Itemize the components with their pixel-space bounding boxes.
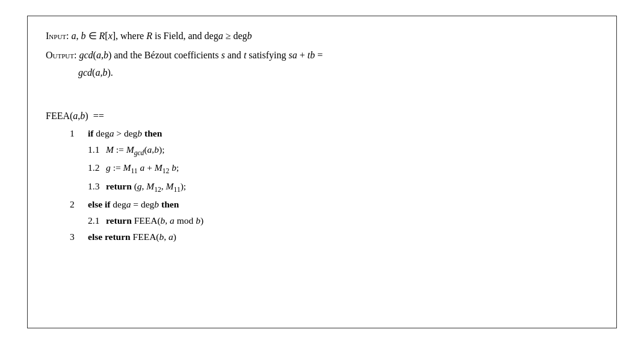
code-line-1: 1 if dega > degb then <box>46 125 598 141</box>
input-colon: : <box>66 31 71 41</box>
line-2-1-text: return FEEA(b, a mod b) <box>106 212 203 229</box>
line-num-1-3: 1.3 <box>88 178 106 194</box>
output-label: Output <box>46 50 74 60</box>
line-1-text: if dega > degb then <box>88 125 162 141</box>
code-block: 1 if dega > degb then 1.1 M := Mgcd(a,b)… <box>46 125 598 245</box>
line-1-3-text: return (g, M12, M11); <box>106 178 186 196</box>
code-line-2: 2 else if dega = degb then <box>46 196 598 212</box>
code-line-1-1: 1.1 M := Mgcd(a,b); <box>46 141 598 159</box>
input-section: Input: a, b ∈ R[x], where R is Field, an… <box>46 28 598 44</box>
algo-title: FEEA(a,b) == <box>46 111 598 121</box>
line-1-2-text: g := M11 a + M12 b; <box>106 159 179 177</box>
code-line-2-1: 2.1 return FEEA(b, a mod b) <box>46 212 598 229</box>
code-line-3: 3 else return FEEA(b, a) <box>46 229 598 245</box>
line-num-3: 3 <box>70 229 88 245</box>
line-1-1-text: M := Mgcd(a,b); <box>106 141 164 159</box>
line-num-1: 1 <box>70 125 88 141</box>
input-label: Input <box>46 31 66 41</box>
output-section: Output: gcd(a,b) and the Bézout coeffici… <box>46 48 598 63</box>
line-num-1-1: 1.1 <box>88 141 106 158</box>
line-2-text: else if dega = degb then <box>88 196 179 212</box>
spacer2 <box>46 93 598 105</box>
code-line-1-3: 1.3 return (g, M12, M11); <box>46 178 598 196</box>
output-text-line2: gcd(a,b). <box>78 65 598 81</box>
output-text-line1: gcd(a,b) and the Bézout coefficients s a… <box>79 50 323 60</box>
code-line-1-2: 1.2 g := M11 a + M12 b; <box>46 159 598 177</box>
spacer <box>46 81 598 93</box>
algorithm-box: Input: a, b ∈ R[x], where R is Field, an… <box>27 16 617 328</box>
line-3-text: else return FEEA(b, a) <box>88 229 176 245</box>
line-num-2-1: 2.1 <box>88 212 106 229</box>
input-text: a, b ∈ R[x], where R is Field, and dega … <box>72 31 252 41</box>
line-num-1-2: 1.2 <box>88 159 106 176</box>
line-num-2: 2 <box>70 196 88 212</box>
